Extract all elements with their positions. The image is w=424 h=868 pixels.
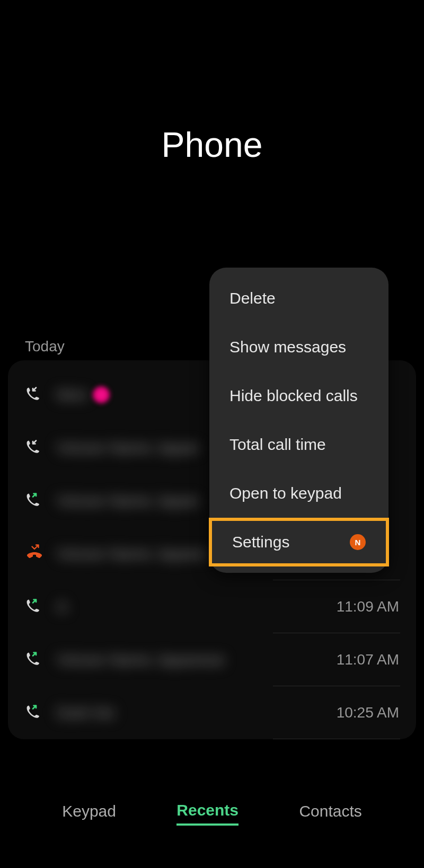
nav-recents[interactable]: Recents <box>176 801 238 826</box>
incoming-call-icon <box>25 438 44 457</box>
call-name-blurred: Dark list <box>57 702 337 723</box>
call-name-blurred: A <box>57 596 337 617</box>
menu-item-label: Open to keypad <box>229 484 342 502</box>
call-row[interactable]: Voicee Name Japanese 11:07 AM <box>8 633 416 686</box>
menu-item-open-to-keypad[interactable]: Open to keypad <box>209 469 388 518</box>
menu-item-delete[interactable]: Delete <box>209 274 388 323</box>
incoming-call-icon <box>25 385 44 404</box>
call-row[interactable]: A 11:09 AM <box>8 580 416 633</box>
menu-item-show-messages[interactable]: Show messages <box>209 323 388 371</box>
outgoing-call-icon <box>25 597 44 616</box>
menu-item-hide-blocked-calls[interactable]: Hide blocked calls <box>209 371 388 420</box>
call-name-blurred: Voicee Name Japanese <box>57 649 337 670</box>
menu-item-label: Total call time <box>229 436 326 454</box>
outgoing-call-icon <box>25 491 44 510</box>
call-time: 11:07 AM <box>337 651 399 668</box>
outgoing-call-icon <box>25 650 44 669</box>
menu-item-label: Delete <box>229 289 276 307</box>
call-time: 10:25 AM <box>337 704 399 721</box>
nav-keypad[interactable]: Keypad <box>62 802 116 825</box>
menu-item-label: Show messages <box>229 338 346 356</box>
menu-item-label: Hide blocked calls <box>229 387 358 405</box>
menu-item-total-call-time[interactable]: Total call time <box>209 420 388 469</box>
outgoing-call-icon <box>25 703 44 722</box>
overflow-menu: Delete Show messages Hide blocked calls … <box>209 268 388 573</box>
nav-contacts[interactable]: Contacts <box>299 802 361 825</box>
section-today-label: Today <box>25 338 65 355</box>
menu-item-label: Settings <box>232 533 289 551</box>
new-badge: N <box>350 534 366 550</box>
page-title: Phone <box>0 125 424 165</box>
missed-call-icon <box>25 544 44 563</box>
call-row[interactable]: Dark list 10:25 AM <box>8 686 416 739</box>
menu-item-settings[interactable]: Settings N <box>209 518 389 566</box>
bottom-navigation: Keypad Recents Contacts <box>0 801 424 826</box>
call-time: 11:09 AM <box>337 598 399 615</box>
